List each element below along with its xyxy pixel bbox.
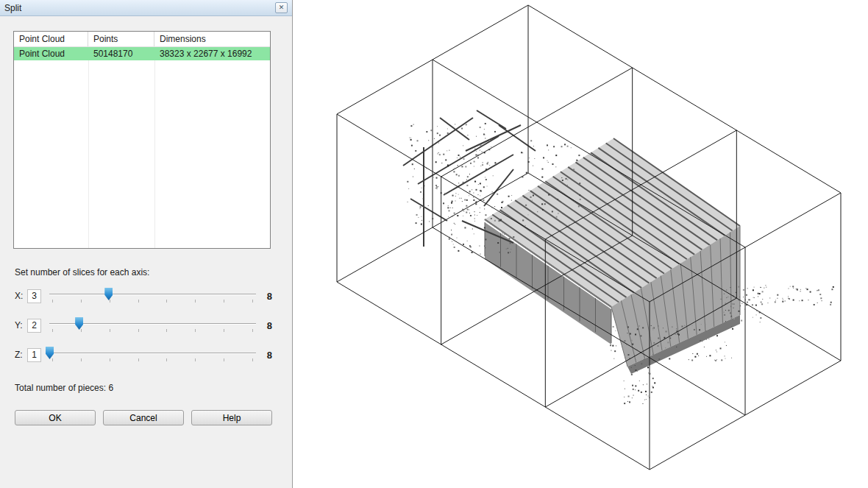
cell-dimensions: 38323 x 22677 x 16992 — [154, 47, 270, 60]
cancel-button[interactable]: Cancel — [103, 410, 184, 425]
y-slider-ticks — [52, 329, 253, 332]
dialog-buttons: OK Cancel Help — [15, 410, 272, 425]
3d-viewport[interactable] — [293, 0, 868, 488]
column-header-dimensions[interactable]: Dimensions — [154, 32, 270, 46]
column-header-points[interactable]: Points — [88, 32, 154, 46]
y-slider-row: Y: 2 8 — [15, 316, 272, 335]
x-axis-label: X: — [15, 291, 27, 301]
x-slider-ticks — [52, 300, 253, 303]
split-dialog: Split ✕ Point Cloud Points Dimensions Po… — [0, 0, 293, 488]
y-value-box[interactable]: 2 — [27, 319, 41, 333]
dialog-titlebar[interactable]: Split ✕ — [0, 0, 292, 16]
x-max-label: 8 — [263, 291, 272, 302]
x-slider-track[interactable] — [49, 287, 256, 305]
table-column-divider — [154, 32, 155, 248]
x-slider-thumb[interactable] — [104, 288, 113, 300]
cell-point-cloud-name: Point Cloud — [14, 47, 88, 60]
y-max-label: 8 — [263, 320, 272, 331]
slices-instruction-label: Set number of slices for each axis: — [15, 267, 149, 277]
ok-button[interactable]: OK — [15, 410, 96, 425]
z-slider-ticks — [52, 358, 253, 361]
y-slider-thumb[interactable] — [75, 317, 83, 330]
z-slider-groove — [49, 353, 256, 354]
x-slider-row: X: 3 8 — [15, 286, 272, 305]
z-max-label: 8 — [263, 350, 272, 361]
dialog-title: Split — [4, 3, 275, 13]
z-slider-thumb[interactable] — [46, 347, 54, 359]
help-button[interactable]: Help — [191, 410, 272, 425]
table-column-divider — [88, 32, 89, 248]
point-cloud-table: Point Cloud Points Dimensions Point Clou… — [13, 31, 271, 249]
app-window: Split ✕ Point Cloud Points Dimensions Po… — [0, 0, 868, 488]
table-header: Point Cloud Points Dimensions — [14, 32, 270, 47]
table-row[interactable]: Point Cloud 50148170 38323 x 22677 x 169… — [14, 47, 270, 60]
close-icon[interactable]: ✕ — [275, 2, 288, 13]
z-axis-label: Z: — [15, 350, 27, 360]
z-slider-track[interactable] — [49, 346, 256, 364]
point-cloud-scene — [293, 0, 868, 488]
cell-points-count: 50148170 — [88, 47, 154, 60]
z-slider-row: Z: 1 8 — [15, 345, 272, 364]
x-slider-groove — [49, 294, 256, 295]
column-header-point-cloud[interactable]: Point Cloud — [14, 32, 88, 46]
total-pieces-label: Total number of pieces: 6 — [15, 383, 113, 393]
y-axis-label: Y: — [15, 320, 27, 330]
y-slider-track[interactable] — [49, 317, 256, 334]
x-value-box[interactable]: 3 — [27, 289, 41, 303]
z-value-box[interactable]: 1 — [27, 348, 41, 362]
